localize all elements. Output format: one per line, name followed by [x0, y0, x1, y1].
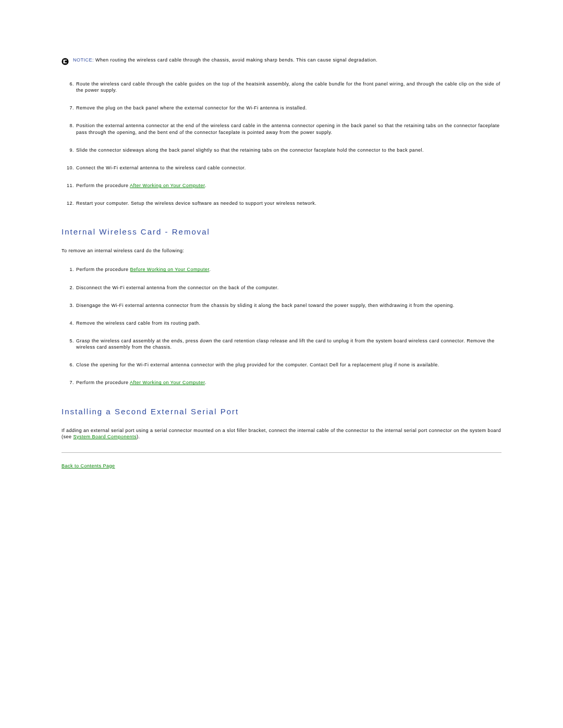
list-number: 10.: [62, 165, 76, 171]
list-item: 4. Remove the wireless card cable from i…: [62, 320, 501, 326]
list-text: Remove the wireless card cable from its …: [76, 320, 201, 326]
list-text-suffix: .: [205, 380, 206, 385]
list-item: 2. Disconnect the Wi-Fi external antenna…: [62, 285, 501, 291]
notice-text: NOTICE: When routing the wireless card c…: [73, 57, 377, 64]
list-number: 6.: [62, 81, 76, 87]
list-text: Remove the plug on the back panel where …: [76, 105, 307, 110]
list-number: 6.: [62, 362, 76, 368]
serial-paragraph: If adding an external serial port using …: [62, 427, 501, 440]
list-item: 12. Restart your computer. Setup the wir…: [62, 200, 501, 206]
document-page: NOTICE: When routing the wireless card c…: [0, 0, 563, 728]
serial-heading: Installing a Second External Serial Port: [62, 407, 501, 416]
list-number: 7.: [62, 105, 76, 111]
list-number: 11.: [62, 182, 76, 189]
notice-icon: [62, 58, 69, 65]
after-working-link[interactable]: After Working on Your Computer: [130, 183, 205, 188]
list-number: 5.: [62, 338, 76, 344]
divider: [62, 452, 501, 453]
list-text: Close the opening for the Wi-Fi external…: [76, 362, 439, 367]
svg-point-0: [62, 58, 68, 65]
list-text: Disconnect the Wi-Fi external antenna fr…: [76, 285, 279, 290]
list-number: 2.: [62, 285, 76, 291]
list-text: Route the wireless card cable through th…: [76, 81, 500, 93]
list-number: 4.: [62, 320, 76, 326]
list-text-prefix: Perform the procedure: [76, 380, 130, 385]
removal-heading: Internal Wireless Card - Removal: [62, 227, 501, 236]
notice-callout: NOTICE: When routing the wireless card c…: [62, 57, 501, 65]
list-text-suffix: .: [205, 183, 206, 188]
back-to-contents-container: Back to Contents Page: [62, 463, 501, 468]
list-number: 8.: [62, 122, 76, 129]
notice-label: NOTICE:: [73, 57, 94, 63]
system-board-components-link[interactable]: System Board Components: [74, 434, 137, 439]
list-text: Disengage the Wi-Fi external antenna con…: [76, 303, 455, 308]
removal-intro: To remove an internal wireless card do t…: [62, 248, 501, 254]
list-text-prefix: Perform the procedure: [76, 183, 130, 188]
list-number: 9.: [62, 147, 76, 153]
list-item: 1. Perform the procedure Before Working …: [62, 266, 501, 273]
install-steps-list: 6. Route the wireless card cable through…: [62, 81, 501, 206]
list-item: 9. Slide the connector sideways along th…: [62, 147, 501, 153]
list-item: 7. Perform the procedure After Working o…: [62, 379, 501, 386]
list-text-prefix: Perform the procedure: [76, 267, 130, 272]
list-item: 5. Grasp the wireless card assembly at t…: [62, 338, 501, 350]
removal-steps-list: 1. Perform the procedure Before Working …: [62, 266, 501, 386]
list-item: 10. Connect the Wi-Fi external antenna t…: [62, 165, 501, 171]
notice-body: When routing the wireless card cable thr…: [95, 57, 377, 63]
list-text: Position the external antenna connector …: [76, 123, 500, 134]
list-text-suffix: .: [209, 267, 211, 272]
list-item: 3. Disengage the Wi-Fi external antenna …: [62, 302, 501, 309]
list-number: 1.: [62, 266, 76, 273]
list-item: 6. Route the wireless card cable through…: [62, 81, 501, 93]
list-text: Connect the Wi-Fi external antenna to th…: [76, 165, 246, 170]
after-working-link[interactable]: After Working on Your Computer: [130, 380, 205, 385]
list-item: 11. Perform the procedure After Working …: [62, 182, 501, 189]
list-item: 6. Close the opening for the Wi-Fi exter…: [62, 362, 501, 368]
back-to-contents-link[interactable]: Back to Contents Page: [62, 463, 115, 468]
list-item: 8. Position the external antenna connect…: [62, 122, 501, 135]
list-item: 7. Remove the plug on the back panel whe…: [62, 105, 501, 111]
list-text: Slide the connector sideways along the b…: [76, 147, 424, 153]
list-number: 3.: [62, 302, 76, 309]
before-working-link[interactable]: Before Working on Your Computer: [130, 267, 210, 272]
list-number: 7.: [62, 379, 76, 386]
list-text: Restart your computer. Setup the wireles…: [76, 201, 316, 206]
list-text: Grasp the wireless card assembly at the …: [76, 338, 495, 350]
serial-para-suffix: ).: [137, 434, 140, 439]
list-number: 12.: [62, 200, 76, 206]
